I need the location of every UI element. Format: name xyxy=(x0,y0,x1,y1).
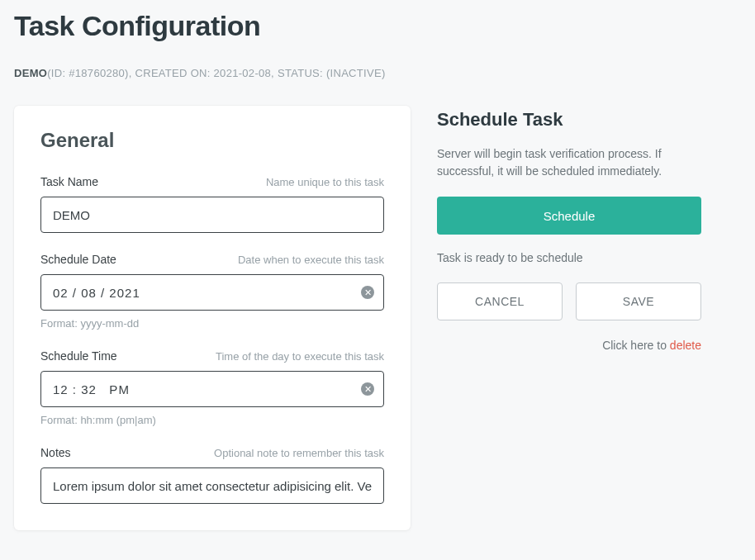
cancel-button[interactable]: CANCEL xyxy=(437,282,563,320)
notes-field: Notes Optional note to remember this tas… xyxy=(40,446,384,504)
delete-line: Click here to delete xyxy=(437,339,701,352)
schedule-status: Task is ready to be schedule xyxy=(437,251,701,264)
schedule-date-hint: Date when to execute this task xyxy=(238,254,384,266)
schedule-time-label: Schedule Time xyxy=(40,349,117,363)
notes-label: Notes xyxy=(40,446,71,459)
save-button[interactable]: SAVE xyxy=(576,282,701,320)
notes-input[interactable] xyxy=(40,467,384,504)
schedule-panel: Schedule Task Server will begin task ver… xyxy=(437,106,701,352)
schedule-time-hint: Time of the day to execute this task xyxy=(216,350,384,363)
general-title: General xyxy=(40,129,384,152)
schedule-time-input[interactable] xyxy=(40,371,384,407)
task-name-hint: Name unique to this task xyxy=(266,176,384,188)
meta-close: ) xyxy=(382,67,386,79)
schedule-description: Server will begin task verification proc… xyxy=(437,145,701,180)
task-name-label: Task Name xyxy=(40,175,98,188)
task-name-field: Task Name Name unique to this task xyxy=(40,175,384,233)
schedule-date-input[interactable] xyxy=(40,274,384,311)
schedule-date-help: Format: yyyy-mm-dd xyxy=(40,317,384,330)
notes-hint: Optional note to remember this task xyxy=(214,447,384,459)
task-meta: DEMO(ID: #18760280), CREATED ON: 2021-02… xyxy=(14,67,741,79)
task-name-input[interactable] xyxy=(40,197,384,233)
schedule-date-field: Schedule Date Date when to execute this … xyxy=(40,253,384,330)
meta-id: 18760280 xyxy=(75,67,125,79)
general-card: General Task Name Name unique to this ta… xyxy=(14,106,411,530)
meta-id-label: (ID: # xyxy=(47,67,75,79)
page-title: Task Configuration xyxy=(14,10,741,42)
schedule-title: Schedule Task xyxy=(437,109,701,131)
meta-status-label: , STATUS: ( xyxy=(271,67,330,79)
delete-prefix: Click here to xyxy=(602,339,670,352)
clear-icon[interactable]: ✕ xyxy=(361,382,374,396)
clear-icon[interactable]: ✕ xyxy=(361,286,374,299)
meta-status: INACTIVE xyxy=(330,67,382,79)
schedule-date-label: Schedule Date xyxy=(40,253,116,266)
schedule-button[interactable]: Schedule xyxy=(437,197,701,235)
meta-created-label: ), CREATED ON: xyxy=(125,67,214,79)
delete-link[interactable]: delete xyxy=(670,339,701,352)
meta-name: DEMO xyxy=(14,67,47,79)
meta-created: 2021-02-08 xyxy=(214,67,272,79)
schedule-time-help: Format: hh:mm (pm|am) xyxy=(40,414,384,426)
schedule-time-field: Schedule Time Time of the day to execute… xyxy=(40,349,384,426)
